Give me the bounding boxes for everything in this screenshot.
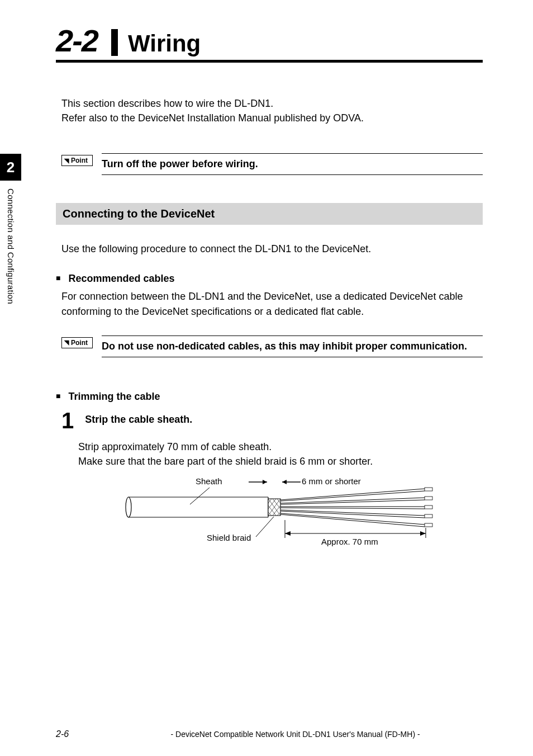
side-tab: 2 Connection and Configuration bbox=[0, 154, 21, 304]
svg-rect-24 bbox=[425, 523, 432, 527]
step-1-row: 1 Strip the cable sheath. bbox=[61, 413, 483, 428]
svg-marker-29 bbox=[285, 531, 291, 536]
page-content: 2-2 Wiring This section describes how to… bbox=[0, 0, 533, 557]
intro-line-2: Refer also to the DeviceNet Installation… bbox=[61, 111, 483, 125]
section-number: 2-2 bbox=[56, 22, 98, 59]
point-badge: ◥ Point bbox=[61, 155, 93, 166]
section-title: Wiring bbox=[128, 30, 201, 57]
intro-text: This section describes how to wire the D… bbox=[61, 96, 483, 125]
svg-marker-4 bbox=[282, 480, 287, 484]
diagram-label-short: 6 mm or shorter bbox=[302, 476, 361, 486]
point-callout-1: ◥ Point Turn off the power before wiring… bbox=[61, 153, 483, 175]
svg-marker-2 bbox=[263, 480, 267, 484]
svg-line-0 bbox=[190, 488, 210, 504]
step-title: Strip the cable sheath. bbox=[85, 413, 192, 426]
step-body-line-2: Make sure that the bare part of the shie… bbox=[78, 454, 483, 469]
point-badge: ◥ Point bbox=[61, 337, 93, 348]
point-text-wrap: Turn off the power before wiring. bbox=[102, 153, 483, 175]
recommended-heading: ■ Recommended cables bbox=[56, 273, 483, 285]
cable-diagram: Sheath 6 mm or shorter bbox=[123, 476, 483, 557]
step-body: Strip approximately 70 mm of cable sheat… bbox=[78, 440, 483, 469]
svg-marker-30 bbox=[420, 531, 426, 536]
section-accent-bar bbox=[111, 29, 118, 56]
subsection-body: Use the following procedure to connect t… bbox=[61, 242, 483, 256]
diagram-label-braid: Shield braid bbox=[207, 533, 251, 542]
chapter-tab-number: 2 bbox=[0, 154, 21, 181]
footer-manual-title: - DeviceNet Compatible Network Unit DL-D… bbox=[113, 730, 477, 739]
svg-point-5 bbox=[126, 497, 131, 517]
section-header: 2-2 Wiring bbox=[56, 22, 483, 63]
point-callout-2: ◥ Point Do not use non-dedicated cables,… bbox=[61, 336, 483, 357]
chapter-tab-label: Connection and Configuration bbox=[6, 188, 16, 304]
svg-line-25 bbox=[256, 517, 274, 537]
step-body-line-1: Strip approximately 70 mm of cable sheat… bbox=[78, 440, 483, 454]
trimming-title: Trimming the cable bbox=[68, 391, 160, 403]
cable-diagram-svg: Sheath 6 mm or shorter bbox=[123, 476, 436, 555]
point-icon: ◥ bbox=[64, 157, 69, 164]
point-badge-label: Point bbox=[71, 157, 88, 164]
svg-rect-22 bbox=[425, 505, 432, 509]
svg-rect-20 bbox=[425, 488, 432, 491]
footer-page-number: 2-6 bbox=[56, 729, 69, 739]
point-text-wrap: Do not use non-dedicated cables, as this… bbox=[102, 336, 483, 357]
subsection-heading: Connecting to the DeviceNet bbox=[56, 203, 483, 225]
recommended-title: Recommended cables bbox=[68, 273, 174, 285]
diagram-label-approx: Approx. 70 mm bbox=[321, 537, 378, 546]
svg-rect-23 bbox=[425, 514, 432, 518]
recommended-body: For connection between the DL-DN1 and th… bbox=[61, 289, 483, 318]
square-marker-icon: ■ bbox=[56, 273, 60, 282]
square-marker-icon: ■ bbox=[56, 391, 60, 400]
diagram-label-sheath: Sheath bbox=[196, 476, 222, 486]
page-footer: 2-6 - DeviceNet Compatible Network Unit … bbox=[0, 729, 533, 739]
point-icon: ◥ bbox=[64, 339, 69, 346]
intro-line-1: This section describes how to wire the D… bbox=[61, 96, 483, 111]
point-badge-label: Point bbox=[71, 339, 88, 347]
point-text: Turn off the power before wiring. bbox=[102, 157, 483, 171]
step-number: 1 bbox=[61, 413, 74, 428]
trimming-heading: ■ Trimming the cable bbox=[56, 391, 483, 403]
svg-rect-21 bbox=[425, 497, 432, 500]
point-text: Do not use non-dedicated cables, as this… bbox=[102, 339, 483, 353]
